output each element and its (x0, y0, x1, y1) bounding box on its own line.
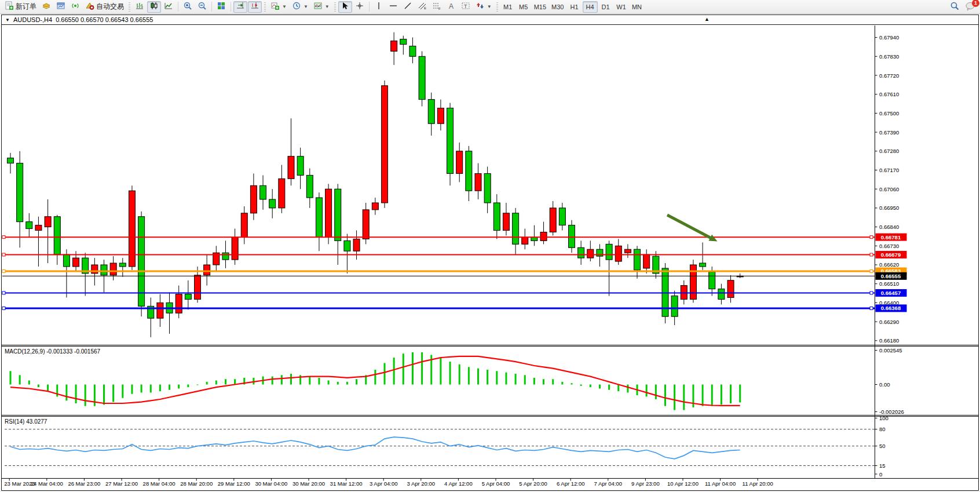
level-handle[interactable] (2, 269, 5, 272)
svg-text:7 Apr 04:00: 7 Apr 04:00 (594, 480, 622, 487)
timeframe-m30-button[interactable]: M30 (549, 1, 566, 13)
zoom-in-button[interactable] (181, 1, 195, 13)
svg-text:28 Mar 20:00: 28 Mar 20:00 (180, 480, 213, 487)
level-handle[interactable] (870, 269, 873, 272)
vertical-line-button[interactable] (372, 1, 386, 13)
level-handle[interactable] (870, 236, 873, 239)
chart-canvas[interactable]: 0.679400.678300.677200.676100.675000.673… (0, 0, 980, 492)
indicators-button[interactable]: ▼ (268, 1, 289, 13)
arrows-tool-button[interactable]: ▼ (473, 1, 494, 13)
candle (372, 203, 378, 210)
equidistant-channel-button[interactable]: E (415, 1, 429, 13)
chart-expander-icon[interactable]: ▼ (5, 17, 10, 23)
svg-text:26 Mar 23:00: 26 Mar 23:00 (68, 480, 100, 487)
notifications-button[interactable]: 1 (963, 1, 978, 13)
svg-text:0.66679: 0.66679 (881, 252, 901, 258)
template-icon (313, 1, 323, 12)
svg-text:0.66290: 0.66290 (879, 319, 899, 325)
candle (419, 56, 425, 99)
candlestick-chart-button[interactable] (147, 1, 161, 13)
bar-chart-button[interactable] (133, 1, 147, 13)
level-handle[interactable] (2, 253, 5, 256)
data-window-button[interactable] (54, 1, 68, 13)
templates-button[interactable]: ▼ (311, 1, 332, 13)
candle (232, 237, 238, 260)
svg-text:0.66368: 0.66368 (881, 305, 901, 311)
svg-text:0.66781: 0.66781 (881, 234, 901, 240)
search-icon (950, 1, 960, 13)
trendline-button[interactable] (401, 1, 415, 13)
text-button[interactable]: A (444, 1, 458, 13)
candle (718, 289, 725, 300)
level-handle[interactable] (2, 236, 5, 239)
chart-shift-button[interactable] (248, 1, 262, 13)
candle (316, 198, 322, 237)
candle (634, 249, 641, 270)
svg-text:100: 100 (879, 415, 888, 421)
level-handle[interactable] (870, 307, 873, 309)
candle (531, 237, 537, 240)
candle (288, 156, 294, 179)
svg-text:5 Apr 04:00: 5 Apr 04:00 (482, 480, 510, 487)
text-label-icon: T (461, 1, 470, 12)
horizontal-line-icon (389, 1, 398, 12)
trendline-icon (403, 1, 412, 12)
line-chart-button[interactable] (162, 1, 175, 13)
svg-text:80: 80 (879, 426, 886, 432)
svg-text:30 Mar 04:00: 30 Mar 04:00 (255, 480, 287, 487)
vertical-line-icon (374, 1, 383, 12)
periods-button[interactable]: ▼ (290, 1, 310, 13)
timeframe-h1-button[interactable]: H1 (567, 1, 582, 13)
timeframe-m5-button[interactable]: M5 (516, 1, 531, 13)
candle (550, 208, 556, 232)
fibonacci-button[interactable]: F (430, 1, 444, 13)
svg-text:-0.002026: -0.002026 (879, 409, 904, 415)
svg-text:0.66180: 0.66180 (879, 337, 899, 344)
new-order-button[interactable]: 新订单 (2, 1, 39, 13)
candle (400, 39, 407, 45)
market-watch-button[interactable] (39, 1, 53, 13)
svg-text:29 Mar 12:00: 29 Mar 12:00 (218, 480, 250, 487)
zoom-out-button[interactable] (195, 1, 209, 13)
level-handle[interactable] (870, 291, 873, 294)
timeframe-mn-button[interactable]: MN (630, 1, 645, 13)
timeframe-d1-button[interactable]: D1 (598, 1, 613, 13)
svg-text:5 Apr 20:00: 5 Apr 20:00 (519, 480, 547, 487)
search-button[interactable] (948, 1, 962, 13)
text-label-button[interactable]: T (459, 1, 473, 13)
crosshair-icon (355, 1, 364, 12)
toolbar-grip (129, 2, 130, 12)
svg-text:3 Apr 04:00: 3 Apr 04:00 (370, 480, 398, 487)
svg-text:0.67940: 0.67940 (879, 34, 899, 41)
blue-window-icon (56, 1, 65, 12)
autotrade-button[interactable]: 自动交易 (83, 1, 126, 13)
timeframe-w1-button[interactable]: W1 (614, 1, 629, 13)
svg-text:3 Apr 20:00: 3 Apr 20:00 (407, 480, 435, 487)
autotrade-label: 自动交易 (96, 2, 124, 12)
candle (447, 108, 454, 173)
signals-button[interactable] (68, 1, 82, 13)
notification-badge: 1 (972, 0, 979, 7)
terminal-window: { "toolbar": { "new_order_label": "新订单",… (0, 0, 980, 492)
level-handle[interactable] (870, 253, 873, 256)
tile-windows-button[interactable] (214, 1, 228, 13)
candle (241, 213, 247, 238)
toolbar-separator (211, 2, 212, 12)
candle (540, 232, 547, 241)
timeframe-m15-button[interactable]: M15 (532, 1, 548, 13)
level-handle[interactable] (2, 307, 5, 309)
candle (260, 185, 266, 199)
horizontal-line-button[interactable] (386, 1, 400, 13)
level-handle[interactable] (2, 291, 5, 294)
auto-scroll-button[interactable] (233, 1, 247, 13)
cursor-button[interactable] (338, 1, 352, 13)
svg-text:24 Mar 04:00: 24 Mar 04:00 (31, 480, 63, 487)
svg-text:0.67060: 0.67060 (879, 186, 899, 192)
timeframe-h4-button[interactable]: H4 (583, 1, 598, 13)
crosshair-button[interactable] (353, 1, 367, 13)
timeframe-m1-button[interactable]: M1 (500, 1, 515, 13)
new-order-icon (5, 1, 14, 12)
candle (578, 247, 584, 258)
chart-shift-icon (250, 1, 259, 12)
candle (63, 254, 70, 267)
